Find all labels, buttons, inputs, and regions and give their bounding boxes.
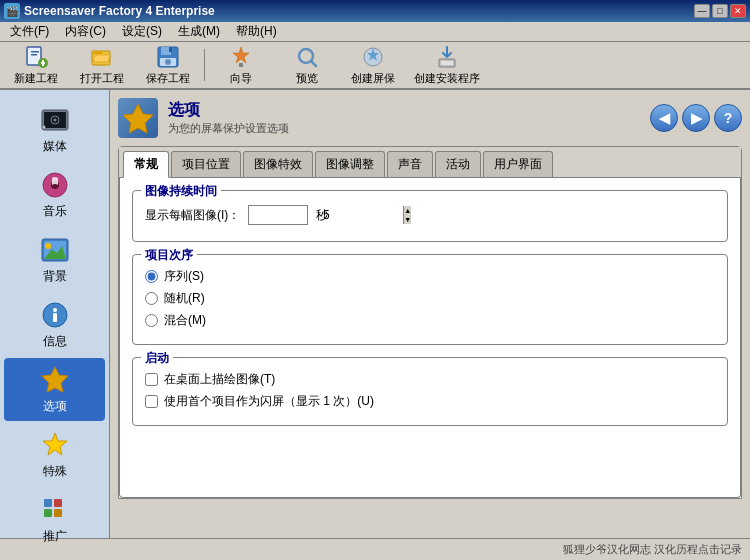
sidebar-item-shareware[interactable]: 共享软件 (4, 553, 105, 560)
sidebar-item-options-label: 选项 (43, 398, 67, 415)
menu-file[interactable]: 文件(F) (2, 21, 57, 42)
checkbox-row-draw-desktop: 在桌面上描绘图像(T) (145, 371, 715, 388)
section-item-order: 项目次序 序列(S) 随机(R) 混合(M) (132, 254, 728, 345)
nav-buttons: ◀ ▶ ? (650, 104, 742, 132)
content-header: 选项 为您的屏幕保护设置选项 ◀ ▶ ? (118, 98, 742, 138)
tab-user-interface[interactable]: 用户界面 (483, 151, 553, 177)
toolbar-create-ss[interactable]: 创建屏保 (341, 45, 405, 85)
media-icon (39, 104, 71, 136)
sidebar-item-background[interactable]: 背景 (4, 228, 105, 291)
svg-rect-35 (54, 499, 62, 507)
checkbox-flash[interactable] (145, 395, 158, 408)
spin-up-button[interactable]: ▲ (404, 206, 411, 215)
radio-random[interactable] (145, 292, 158, 305)
spin-arrows: ▲ ▼ (403, 206, 411, 224)
info-icon (39, 299, 71, 331)
display-duration-row: 显示每幅图像(I)： ▲ ▼ 秒 (145, 205, 715, 225)
svg-marker-32 (42, 367, 68, 392)
new-project-icon (24, 45, 48, 69)
tab-sound[interactable]: 声音 (387, 151, 433, 177)
svg-point-21 (53, 119, 56, 122)
wizard-icon (229, 45, 253, 69)
nav-help-button[interactable]: ? (714, 104, 742, 132)
tab-general[interactable]: 常规 (123, 151, 169, 178)
music-icon (39, 169, 71, 201)
sidebar-item-bg-label: 背景 (43, 268, 67, 285)
section-display-duration: 图像持续时间 显示每幅图像(I)： ▲ ▼ 秒 (132, 190, 728, 242)
toolbar-wizard[interactable]: 向导 (209, 45, 273, 85)
spin-down-button[interactable]: ▼ (404, 215, 411, 224)
svg-rect-37 (54, 509, 62, 517)
section-display-duration-title: 图像持续时间 (141, 183, 221, 200)
title-controls[interactable]: — □ ✕ (694, 4, 746, 18)
menu-bar: 文件(F) 内容(C) 设定(S) 生成(M) 帮助(H) (0, 22, 750, 42)
menu-settings[interactable]: 设定(S) (114, 21, 170, 42)
content-panel: 选项 为您的屏幕保护设置选项 ◀ ▶ ? 常规 项目位置 图像特效 图像调整 声… (110, 90, 750, 538)
tabs-header: 常规 项目位置 图像特效 图像调整 声音 活动 用户界面 (119, 147, 741, 178)
checkbox-draw-desktop[interactable] (145, 373, 158, 386)
create-screensaver-icon (361, 45, 385, 69)
toolbar-create-install[interactable]: 创建安装程序 (407, 45, 487, 85)
display-duration-label: 显示每幅图像(I)： (145, 207, 240, 224)
svg-rect-31 (53, 313, 57, 322)
toolbar: 新建工程 打开工程 保存工程 (0, 42, 750, 90)
svg-rect-34 (44, 499, 52, 507)
svg-rect-1 (31, 51, 39, 53)
svg-rect-12 (239, 63, 243, 67)
maximize-button[interactable]: □ (712, 4, 728, 18)
title-bar-left: 🎬 Screensaver Factory 4 Enterprise (4, 3, 215, 19)
radio-mixed[interactable] (145, 314, 158, 327)
radio-mixed-label: 混合(M) (164, 312, 206, 329)
menu-content[interactable]: 内容(C) (57, 21, 114, 42)
sidebar-item-info[interactable]: 信息 (4, 293, 105, 356)
svg-marker-43 (123, 104, 153, 133)
tab-image-effects[interactable]: 图像特效 (243, 151, 313, 177)
tab-activity[interactable]: 活动 (435, 151, 481, 177)
sidebar-item-special-label: 特殊 (43, 463, 67, 480)
svg-point-28 (45, 243, 51, 249)
close-button[interactable]: ✕ (730, 4, 746, 18)
sidebar-item-options[interactable]: 选项 (4, 358, 105, 421)
svg-rect-2 (31, 54, 37, 56)
svg-rect-5 (42, 60, 44, 66)
tab-item-position[interactable]: 项目位置 (171, 151, 241, 177)
sidebar-item-special[interactable]: 特殊 (4, 423, 105, 486)
nav-back-button[interactable]: ◀ (650, 104, 678, 132)
sidebar-item-promo[interactable]: 推广 (4, 488, 105, 551)
open-project-icon (90, 45, 114, 69)
display-duration-unit: 秒 (316, 207, 328, 224)
tab-image-adjust[interactable]: 图像调整 (315, 151, 385, 177)
svg-rect-36 (44, 509, 52, 517)
toolbar-preview[interactable]: 预览 (275, 45, 339, 85)
sidebar-item-media[interactable]: 媒体 (4, 98, 105, 161)
section-item-order-title: 项目次序 (141, 247, 197, 264)
options-icon (39, 364, 71, 396)
toolbar-new[interactable]: 新建工程 (4, 45, 68, 85)
toolbar-separator-1 (204, 49, 205, 81)
radio-sequential[interactable] (145, 270, 158, 283)
special-icon (39, 429, 71, 461)
preview-icon (295, 45, 319, 69)
main-area: 媒体 音乐 背景 (0, 90, 750, 538)
sidebar-item-music[interactable]: 音乐 (4, 163, 105, 226)
menu-help[interactable]: 帮助(H) (228, 21, 285, 42)
menu-generate[interactable]: 生成(M) (170, 21, 228, 42)
sidebar-item-promo-label: 推广 (43, 528, 67, 545)
sidebar-item-media-label: 媒体 (43, 138, 67, 155)
toolbar-open[interactable]: 打开工程 (70, 45, 134, 85)
sidebar-item-music-label: 音乐 (43, 203, 67, 220)
svg-point-30 (53, 308, 57, 312)
toolbar-save[interactable]: 保存工程 (136, 45, 200, 85)
toolbar-create-ss-label: 创建屏保 (351, 71, 395, 86)
checkbox-row-flash: 使用首个项目作为闪屏（显示 1 次）(U) (145, 393, 715, 410)
save-project-icon (156, 45, 180, 69)
svg-rect-17 (441, 61, 453, 65)
radio-row-sequential: 序列(S) (145, 268, 715, 285)
nav-forward-button[interactable]: ▶ (682, 104, 710, 132)
content-header-icon (118, 98, 158, 138)
create-installer-icon (435, 45, 459, 69)
content-title: 选项 (168, 100, 289, 121)
minimize-button[interactable]: — (694, 4, 710, 18)
app-icon: 🎬 (4, 3, 20, 19)
display-duration-spin[interactable]: ▲ ▼ (248, 205, 308, 225)
